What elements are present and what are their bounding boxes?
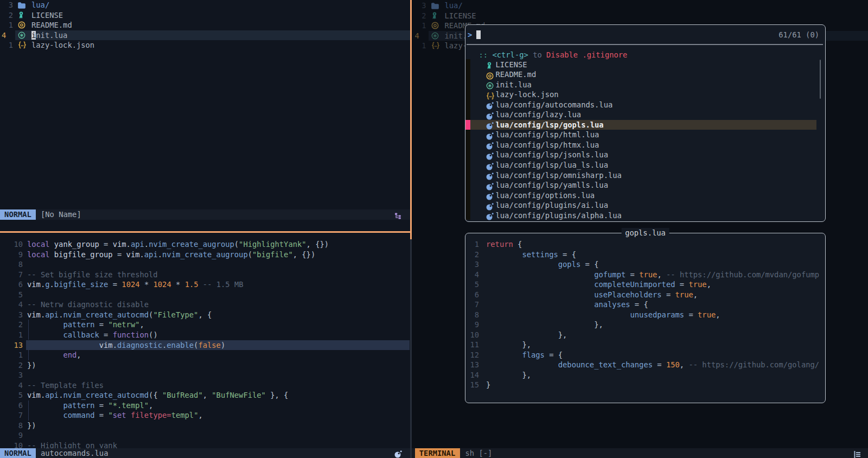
code-token: . xyxy=(126,240,131,249)
code-line[interactable]: 4-- Template files xyxy=(0,380,410,391)
file-list-item[interactable]: 3lua/ xyxy=(413,1,868,11)
fzf-prompt[interactable]: > 61/61 (0) xyxy=(465,30,825,40)
code-line[interactable]: 2}) xyxy=(0,360,410,371)
code-line[interactable]: 8}) xyxy=(0,421,410,431)
code-line[interactable]: 3vim.api.nvim_create_autocmd("FileType",… xyxy=(0,310,410,320)
fzf-result-item[interactable]: lua/config/plugins/alpha.lua xyxy=(465,211,825,221)
code-token: completeUnimported xyxy=(594,280,675,289)
code-token xyxy=(486,250,522,259)
code-token: ) xyxy=(311,250,315,259)
code-token: , xyxy=(657,270,666,279)
tmux-horizontal-border[interactable] xyxy=(0,231,410,233)
fzf-result-item[interactable]: lua/config/lsp/htmx.lua xyxy=(465,140,825,150)
line-number: 1 xyxy=(465,239,486,250)
code-token: = xyxy=(99,401,104,410)
file-list-item[interactable]: 4init.lua xyxy=(0,30,410,41)
code-line[interactable]: 2 pattern = "netrw", xyxy=(0,320,410,330)
code-line[interactable]: 6vim.g.bigfile_size = 1024 * 1024 * 1.5 … xyxy=(0,279,410,290)
code-line[interactable]: 7-- Set bigfile size threshold xyxy=(0,270,410,280)
code-token xyxy=(486,310,630,319)
code-token: gofumpt xyxy=(594,270,626,279)
file-list-item[interactable]: 2LICENSE xyxy=(0,10,410,21)
fzf-result-item[interactable]: lazy-lock.json xyxy=(465,90,825,100)
code-line[interactable]: 13 vim.diagnostic.enable(false) xyxy=(0,340,410,351)
fzf-result-item[interactable]: lua/config/lazy.lua xyxy=(465,110,825,120)
code-line[interactable]: 1 end, xyxy=(0,350,410,360)
code-token: function xyxy=(113,330,149,339)
code-token: true xyxy=(688,280,706,289)
code-text: }, xyxy=(486,340,531,349)
code-token: = xyxy=(585,260,590,269)
code-token: . xyxy=(41,310,45,319)
selection-pointer xyxy=(465,120,470,130)
code-line[interactable]: 5vim.api.nvim_create_autocmd({ "BufRead"… xyxy=(0,390,410,400)
readme-icon xyxy=(16,20,31,30)
fzf-result-item[interactable]: lua/config/autocomands.lua xyxy=(465,100,825,110)
preview-code-line: 15} xyxy=(465,380,824,390)
fzf-result-item[interactable]: lua/config/options.lua xyxy=(465,190,825,201)
line-number: 4 xyxy=(0,30,16,41)
code-token: -- Set bigfile size threshold xyxy=(27,270,158,279)
code-line[interactable]: 1 callback = function() xyxy=(0,330,410,340)
fzf-result-item[interactable]: LICENSE xyxy=(465,60,825,70)
code-token xyxy=(171,280,176,289)
file-list-item[interactable]: 3lua/ xyxy=(0,0,410,10)
code-text: vim.api.nvim_create_autocmd({ "BufRead",… xyxy=(27,391,288,399)
code-token: "BufRead" xyxy=(162,391,203,399)
code-token: ( xyxy=(248,250,252,259)
line-number: 15 xyxy=(465,380,486,390)
line-number: 4 xyxy=(0,300,27,310)
fzf-result-item[interactable]: lua/config/lsp/jsonls.lua xyxy=(465,150,825,160)
fzf-result-item[interactable]: lua/config/plugins/ai.lua xyxy=(465,200,825,211)
tmux-vertical-border-active[interactable] xyxy=(410,0,412,239)
file-path: lua/config/lazy.lua xyxy=(496,110,582,120)
code-line[interactable]: 4-- Netrw diagnostic disable xyxy=(0,300,410,310)
file-list-item[interactable]: 1README.md xyxy=(0,20,410,30)
code-line[interactable]: 7 command = "set filetype=templ", xyxy=(0,410,410,421)
fzf-result-item[interactable]: lua/config/lsp/omnisharp.lua xyxy=(465,170,825,181)
code-token xyxy=(108,330,112,339)
fzf-header-segment: Disable .gitignore xyxy=(546,50,627,59)
prompt-caret-icon: > xyxy=(468,30,472,40)
file-path: README.md xyxy=(496,69,537,80)
fzf-result-item[interactable]: README.md xyxy=(465,69,825,80)
file-list-item[interactable]: 2LICENSE xyxy=(413,11,868,21)
code-token: }, xyxy=(522,340,531,349)
code-token: bigfile_group xyxy=(50,250,117,259)
file-path: lua/config/plugins/ai.lua xyxy=(496,200,608,211)
fzf-result-item[interactable]: init.lua xyxy=(465,80,825,90)
code-token: {} xyxy=(311,240,324,249)
code-text: gopls = { xyxy=(486,260,599,269)
fzf-result-item[interactable]: lua/config/lsp/lua_ls.lua xyxy=(465,160,825,170)
code-line[interactable]: 6 pattern = "*.templ", xyxy=(0,400,410,411)
code-token: { xyxy=(594,260,598,269)
code-line[interactable]: 5 xyxy=(0,290,410,300)
code-line[interactable]: 9local bigfile_group = vim.api.nvim_crea… xyxy=(0,250,410,260)
code-token: . xyxy=(41,280,45,289)
file-name: lazy-lock.json xyxy=(31,41,94,49)
file-name: LICENSE xyxy=(31,11,63,20)
code-token: . xyxy=(113,341,117,349)
tmux-vertical-border-inactive[interactable] xyxy=(410,239,412,458)
code-line[interactable]: 3 xyxy=(0,370,410,380)
code-line[interactable]: 10local yank_group = vim.api.nvim_create… xyxy=(0,239,410,250)
fzf-results-list: LICENSEREADME.mdinit.lualazy-lock.jsonlu… xyxy=(465,60,825,221)
code-token: = xyxy=(657,360,661,369)
code-token: , xyxy=(149,401,153,410)
code-line[interactable]: 9 xyxy=(0,430,410,441)
code-line[interactable]: 8 xyxy=(0,259,410,270)
code-text: pattern = "netrw", xyxy=(27,320,144,329)
fzf-result-item[interactable]: lua/config/lsp/yamlls.lua xyxy=(465,180,825,190)
fzf-scrollbar[interactable] xyxy=(820,60,821,99)
fzf-result-item[interactable]: lua/config/lsp/html.lua xyxy=(465,130,825,140)
line-number: 4 xyxy=(413,31,429,41)
line-number: 9 xyxy=(465,320,486,330)
code-text: } xyxy=(486,380,490,389)
fzf-result-item[interactable]: lua/config/lsp/gopls.lua xyxy=(465,120,825,130)
code-text: }, xyxy=(486,371,531,379)
file-list-item[interactable]: 1lazy-lock.json xyxy=(0,40,410,50)
lua-icon xyxy=(394,449,402,458)
lua-init-icon xyxy=(16,30,31,41)
code-token: debounce_text_changes xyxy=(558,360,653,369)
code-token: . xyxy=(41,391,45,399)
